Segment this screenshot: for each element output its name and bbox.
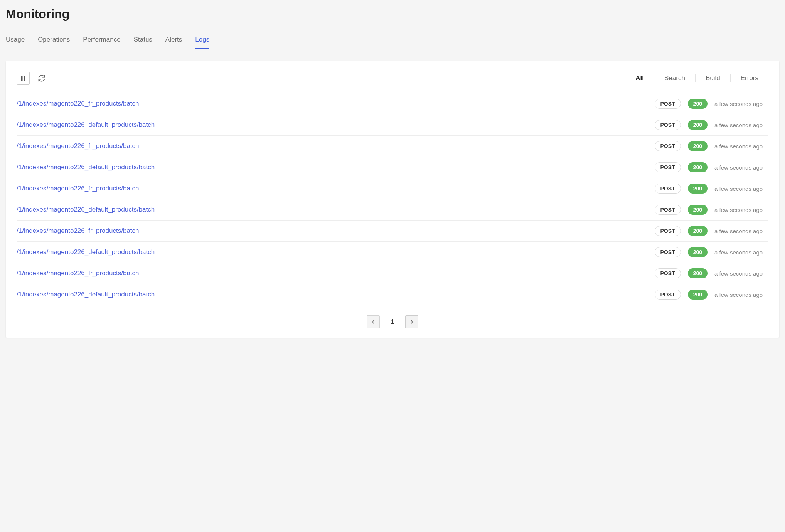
log-meta: POST 200 a few seconds ago — [655, 162, 768, 172]
status-badge: 200 — [688, 120, 708, 130]
log-path-link[interactable]: /1/indexes/magento226_fr_products/batch — [17, 269, 139, 277]
chevron-right-icon — [410, 320, 413, 324]
log-path-link[interactable]: /1/indexes/magento226_fr_products/batch — [17, 227, 139, 235]
log-meta: POST 200 a few seconds ago — [655, 99, 768, 109]
refresh-icon — [38, 74, 45, 82]
tab-status[interactable]: Status — [134, 33, 152, 49]
log-meta: POST 200 a few seconds ago — [655, 247, 768, 257]
toolbar-left — [17, 72, 48, 85]
status-badge: 200 — [688, 290, 708, 300]
log-path-link[interactable]: /1/indexes/magento226_default_products/b… — [17, 248, 155, 256]
log-path-link[interactable]: /1/indexes/magento226_default_products/b… — [17, 291, 155, 298]
method-badge: POST — [655, 226, 681, 236]
log-meta: POST 200 a few seconds ago — [655, 120, 768, 130]
log-meta: POST 200 a few seconds ago — [655, 205, 768, 215]
time-text: a few seconds ago — [714, 122, 768, 128]
method-badge: POST — [655, 99, 681, 109]
tabs-nav: Usage Operations Performance Status Aler… — [6, 33, 779, 49]
status-badge: 200 — [688, 184, 708, 194]
pause-icon — [21, 76, 25, 81]
tab-usage[interactable]: Usage — [6, 33, 25, 49]
time-text: a few seconds ago — [714, 291, 768, 298]
method-badge: POST — [655, 141, 681, 151]
log-list: /1/indexes/magento226_fr_products/batch … — [17, 93, 768, 305]
log-path-link[interactable]: /1/indexes/magento226_fr_products/batch — [17, 142, 139, 150]
log-row: /1/indexes/magento226_fr_products/batch … — [17, 263, 768, 284]
log-row: /1/indexes/magento226_fr_products/batch … — [17, 221, 768, 242]
log-path-link[interactable]: /1/indexes/magento226_default_products/b… — [17, 121, 155, 129]
log-row: /1/indexes/magento226_fr_products/batch … — [17, 136, 768, 157]
status-badge: 200 — [688, 205, 708, 215]
log-row: /1/indexes/magento226_fr_products/batch … — [17, 178, 768, 199]
time-text: a few seconds ago — [714, 101, 768, 107]
next-page-button[interactable] — [405, 315, 418, 328]
method-badge: POST — [655, 290, 681, 300]
filters: All Search Build Errors — [625, 74, 768, 82]
time-text: a few seconds ago — [714, 228, 768, 234]
log-meta: POST 200 a few seconds ago — [655, 226, 768, 236]
svg-rect-1 — [24, 76, 25, 81]
logs-panel: All Search Build Errors /1/indexes/magen… — [6, 61, 779, 338]
method-badge: POST — [655, 247, 681, 257]
log-row: /1/indexes/magento226_fr_products/batch … — [17, 93, 768, 114]
tab-operations[interactable]: Operations — [38, 33, 70, 49]
method-badge: POST — [655, 205, 681, 215]
log-path-link[interactable]: /1/indexes/magento226_default_products/b… — [17, 163, 155, 171]
page-title: Monitoring — [6, 7, 779, 21]
method-badge: POST — [655, 268, 681, 278]
log-meta: POST 200 a few seconds ago — [655, 268, 768, 278]
status-badge: 200 — [688, 99, 708, 109]
log-path-link[interactable]: /1/indexes/magento226_fr_products/batch — [17, 100, 139, 108]
filter-errors[interactable]: Errors — [730, 74, 768, 82]
log-row: /1/indexes/magento226_default_products/b… — [17, 114, 768, 136]
method-badge: POST — [655, 120, 681, 130]
log-row: /1/indexes/magento226_default_products/b… — [17, 199, 768, 221]
page-number: 1 — [391, 318, 394, 326]
filter-build[interactable]: Build — [695, 74, 730, 82]
tab-performance[interactable]: Performance — [83, 33, 120, 49]
tab-logs[interactable]: Logs — [195, 33, 209, 49]
status-badge: 200 — [688, 226, 708, 236]
filter-all[interactable]: All — [625, 74, 654, 82]
method-badge: POST — [655, 162, 681, 172]
log-meta: POST 200 a few seconds ago — [655, 141, 768, 151]
filter-search[interactable]: Search — [654, 74, 695, 82]
tab-alerts[interactable]: Alerts — [165, 33, 182, 49]
pause-button[interactable] — [17, 72, 30, 85]
time-text: a few seconds ago — [714, 207, 768, 213]
status-badge: 200 — [688, 268, 708, 278]
status-badge: 200 — [688, 247, 708, 257]
log-meta: POST 200 a few seconds ago — [655, 290, 768, 300]
time-text: a few seconds ago — [714, 164, 768, 171]
pagination: 1 — [17, 315, 768, 328]
status-badge: 200 — [688, 162, 708, 172]
time-text: a few seconds ago — [714, 185, 768, 192]
log-meta: POST 200 a few seconds ago — [655, 184, 768, 194]
status-badge: 200 — [688, 141, 708, 151]
log-path-link[interactable]: /1/indexes/magento226_fr_products/batch — [17, 185, 139, 192]
log-path-link[interactable]: /1/indexes/magento226_default_products/b… — [17, 206, 155, 214]
log-row: /1/indexes/magento226_default_products/b… — [17, 284, 768, 305]
toolbar: All Search Build Errors — [17, 72, 768, 85]
log-row: /1/indexes/magento226_default_products/b… — [17, 242, 768, 263]
svg-rect-0 — [21, 76, 23, 81]
method-badge: POST — [655, 184, 681, 194]
prev-page-button[interactable] — [367, 315, 380, 328]
time-text: a few seconds ago — [714, 270, 768, 277]
chevron-left-icon — [372, 320, 375, 324]
log-row: /1/indexes/magento226_default_products/b… — [17, 157, 768, 178]
time-text: a few seconds ago — [714, 249, 768, 256]
refresh-button[interactable] — [35, 72, 48, 85]
time-text: a few seconds ago — [714, 143, 768, 150]
